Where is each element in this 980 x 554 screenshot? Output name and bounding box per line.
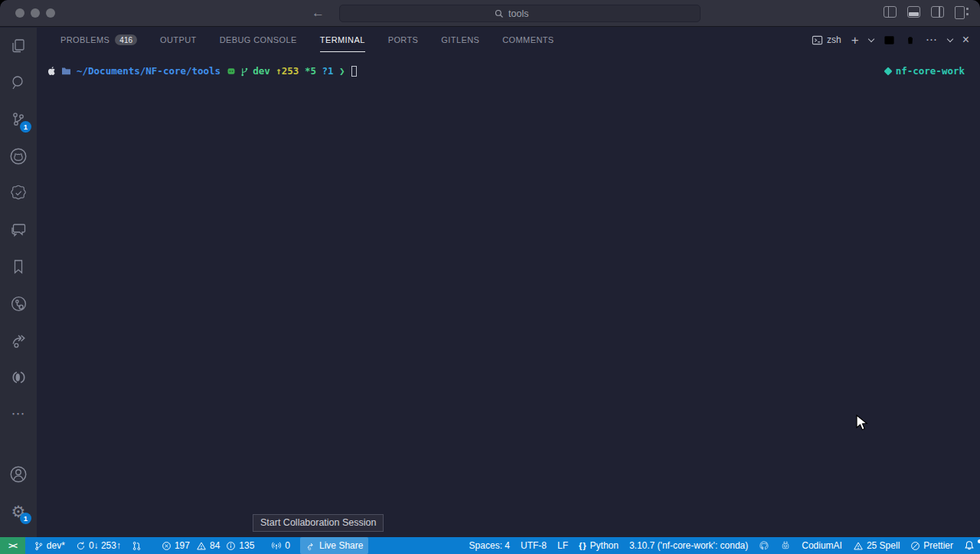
- git-pull-request-icon: [132, 541, 142, 551]
- eol-status[interactable]: LF: [552, 537, 573, 554]
- notifications-status[interactable]: [959, 537, 980, 554]
- panel-header: PROBLEMS 416 OUTPUT DEBUG CONSOLE TERMIN…: [37, 28, 980, 52]
- liveshare-tooltip: Start Collaboration Session: [253, 514, 384, 532]
- problems-count-badge: 416: [115, 34, 137, 45]
- prompt-untracked: ?1: [322, 65, 334, 77]
- env-blob-icon: [227, 67, 236, 76]
- github-view-icon[interactable]: [0, 138, 37, 175]
- tab-terminal[interactable]: TERMINAL: [312, 28, 374, 52]
- spell-status[interactable]: 25 Spell: [848, 537, 905, 554]
- terminal-actions: zsh + ⋯ ×: [812, 33, 980, 47]
- prompt-dir: tools: [192, 65, 221, 77]
- prettier-status[interactable]: Prettier: [905, 537, 959, 554]
- git-sync-status[interactable]: 0↓ 253↑: [70, 537, 126, 554]
- kill-terminal-icon[interactable]: [905, 34, 916, 46]
- prompt-branch: dev: [253, 65, 270, 77]
- panel-more-actions-icon[interactable]: ⋯: [926, 33, 938, 47]
- terminal-icon: [812, 34, 823, 46]
- github-status[interactable]: [753, 537, 775, 554]
- conda-icon: [884, 67, 892, 75]
- python-interpreter-status[interactable]: 3.10.7 ('nf-core-work': conda): [624, 537, 753, 554]
- tab-debug-console[interactable]: DEBUG CONSOLE: [211, 28, 305, 52]
- folder-icon: [61, 67, 71, 75]
- terminal-viewport[interactable]: ~/Documents/NF-core/tools dev ↑253 *5 ?1…: [37, 52, 980, 537]
- zoom-window-button[interactable]: [46, 8, 55, 18]
- git-branch-glyph-icon: [240, 66, 249, 77]
- sync-icon: [76, 541, 86, 551]
- command-center-search[interactable]: [339, 5, 701, 22]
- bell-icon: [964, 540, 975, 551]
- conda-env-name: nf-core-work: [896, 65, 965, 77]
- split-terminal-icon[interactable]: [884, 34, 895, 46]
- gitlens-view-icon[interactable]: [0, 285, 37, 322]
- tab-comments[interactable]: COMMENTS: [494, 28, 562, 52]
- git-branch-status[interactable]: dev*: [28, 537, 70, 554]
- tab-output[interactable]: OUTPUT: [152, 28, 205, 52]
- new-terminal-icon[interactable]: +: [851, 34, 859, 47]
- tab-gitlens[interactable]: GITLENS: [433, 28, 488, 52]
- prompt-path: ~/Documents/NF-core/: [77, 65, 192, 77]
- search-icon: [495, 9, 504, 18]
- close-panel-icon[interactable]: ×: [962, 33, 969, 47]
- source-control-icon[interactable]: 1: [0, 101, 37, 138]
- spell-warning-icon: [853, 541, 864, 551]
- ports-icon: [271, 541, 282, 551]
- titlebar: ←: [0, 0, 980, 27]
- settings-gear-icon[interactable]: ⚙ 1: [0, 493, 37, 529]
- traffic-lights: [15, 8, 55, 18]
- toggle-panel-icon[interactable]: [907, 6, 920, 18]
- git-branch-icon: [34, 541, 44, 551]
- active-terminal-item[interactable]: zsh: [812, 34, 841, 46]
- source-control-badge: 1: [20, 121, 31, 133]
- explorer-icon[interactable]: [0, 28, 37, 64]
- activity-bar: 1: [0, 28, 37, 537]
- minimize-window-button[interactable]: [31, 8, 40, 18]
- search-input[interactable]: [508, 8, 545, 19]
- robot-icon: [780, 541, 791, 551]
- comments-view-icon[interactable]: [0, 211, 37, 248]
- info-icon: [226, 541, 236, 551]
- prompt-chevron: ❯: [339, 65, 345, 77]
- bottom-panel: PROBLEMS 416 OUTPUT DEBUG CONSOLE TERMIN…: [37, 28, 980, 537]
- ports-status[interactable]: 0: [266, 537, 296, 554]
- close-window-button[interactable]: [15, 8, 24, 18]
- pull-request-status[interactable]: [126, 537, 147, 554]
- indentation-status[interactable]: Spaces: 4: [464, 537, 515, 554]
- additional-views-icon[interactable]: ⋯: [0, 395, 37, 432]
- problems-status[interactable]: 197 84 135: [156, 537, 260, 554]
- codium-ai-status[interactable]: CodiumAI: [796, 537, 848, 554]
- shell-label: zsh: [827, 34, 841, 45]
- tab-problems[interactable]: PROBLEMS 416: [52, 28, 145, 52]
- hide-panel-icon[interactable]: [946, 35, 952, 41]
- terminal-prompt: ~/Documents/NF-core/tools dev ↑253 *5 ?1…: [47, 65, 357, 77]
- terminal-dropdown-icon[interactable]: [867, 35, 874, 41]
- toggle-secondary-sidebar-icon[interactable]: [931, 6, 944, 18]
- customize-layout-icon[interactable]: [955, 6, 969, 18]
- remote-indicator[interactable]: ><: [0, 537, 25, 554]
- search-view-icon[interactable]: [0, 64, 37, 101]
- layout-controls: [884, 6, 969, 18]
- live-share-icon: [305, 541, 316, 551]
- warning-icon: [196, 541, 207, 551]
- live-share-view-icon[interactable]: [0, 322, 37, 359]
- braces-icon: {}: [579, 541, 587, 550]
- panel-tabs: PROBLEMS 416 OUTPUT DEBUG CONSOLE TERMIN…: [52, 28, 563, 52]
- language-mode-status[interactable]: {} Python: [573, 537, 624, 554]
- vscode-window: ← 1: [0, 0, 980, 554]
- back-icon[interactable]: ←: [312, 5, 325, 21]
- settings-badge: 1: [20, 513, 31, 524]
- accounts-icon[interactable]: [0, 456, 37, 493]
- codium-robot-status[interactable]: [775, 537, 796, 554]
- toggle-primary-sidebar-icon[interactable]: [884, 6, 897, 18]
- live-share-status[interactable]: Live Share: [300, 537, 368, 554]
- codium-ai-view-icon[interactable]: [0, 359, 37, 395]
- prompt-ahead: ↑253: [276, 65, 299, 77]
- conda-env-indicator: nf-core-work: [885, 65, 965, 77]
- encoding-status[interactable]: UTF-8: [515, 537, 552, 554]
- error-icon: [162, 541, 172, 551]
- github-icon: [759, 540, 769, 551]
- prettier-slash-icon: [910, 541, 920, 551]
- checks-view-icon[interactable]: [0, 175, 37, 211]
- tab-ports[interactable]: PORTS: [380, 28, 427, 52]
- bookmarks-view-icon[interactable]: [0, 248, 37, 285]
